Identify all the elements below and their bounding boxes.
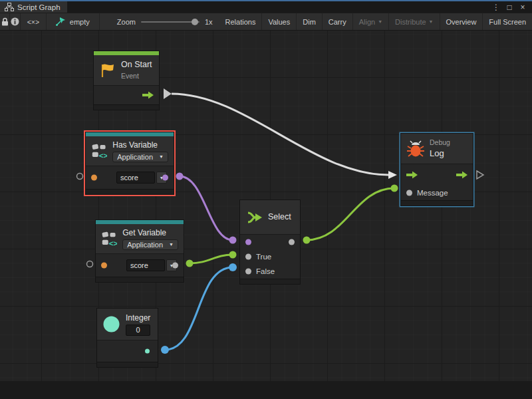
relations-button[interactable]: Relations: [219, 13, 263, 30]
script-graph-window: Script Graph ⋮ □ × <×>: [0, 0, 532, 399]
code-view-button[interactable]: <×>: [21, 13, 47, 30]
node-title: Select: [268, 212, 291, 223]
node-title: Integer: [126, 313, 150, 323]
control-output-port[interactable]: [456, 172, 467, 179]
wire-endpoint: [186, 260, 194, 267]
full-screen-button[interactable]: Full Screen: [483, 13, 532, 30]
chevron-down-icon: ▼: [159, 154, 164, 159]
overview-button[interactable]: Overview: [440, 13, 483, 30]
toolbar-buttons: Relations Values Dim Carry Align ▼ Distr…: [219, 13, 532, 30]
node-footer: [240, 279, 300, 284]
dim-button[interactable]: Dim: [297, 13, 323, 30]
zoom-label: Zoom: [117, 18, 136, 26]
lock-icon: [1, 17, 9, 26]
graph-canvas[interactable]: On Start Event <>: [0, 31, 532, 399]
distribute-button[interactable]: Distribute ▼: [389, 13, 440, 30]
window-controls: ⋮ □ ×: [491, 1, 532, 13]
svg-text:<>: <>: [99, 150, 108, 159]
false-input-port[interactable]: [245, 269, 251, 275]
name-input-port[interactable]: [101, 263, 107, 269]
node-title: Log: [430, 148, 450, 159]
close-icon[interactable]: ×: [517, 3, 528, 12]
node-on-start[interactable]: On Start Event: [93, 51, 160, 110]
name-input-port[interactable]: [91, 175, 97, 181]
node-integer[interactable]: Integer 0: [96, 308, 158, 368]
info-icon: [11, 17, 19, 26]
zoom-slider[interactable]: [141, 18, 200, 26]
node-group-label: Debug: [430, 138, 450, 147]
port-label: Message: [417, 189, 448, 197]
value-output-port[interactable]: [172, 263, 178, 269]
unconnected-control-triangle[interactable]: [477, 171, 483, 179]
variable-kind-dropdown[interactable]: Application ▼: [112, 152, 168, 162]
chevron-down-icon: ▼: [169, 242, 174, 247]
variables-icon: <>: [101, 230, 117, 248]
zoom-slider-track: [141, 21, 200, 23]
message-input-port[interactable]: [406, 190, 412, 196]
tab-script-graph[interactable]: Script Graph: [0, 1, 67, 13]
flag-icon: [100, 63, 116, 78]
node-select[interactable]: Select True False: [239, 200, 301, 285]
values-button[interactable]: Values: [262, 13, 297, 30]
node-footer: [401, 200, 473, 205]
chevron-down-icon: ▼: [378, 19, 382, 24]
graph-toolbar: <×> empty Zoom 1x Relations Values Dim C…: [0, 13, 532, 31]
selection-cursor-icon: [56, 17, 66, 26]
node-footer: [94, 104, 159, 110]
integer-value-field[interactable]: 0: [126, 325, 150, 336]
lock-button[interactable]: [0, 13, 10, 30]
control-input-port[interactable]: [406, 172, 418, 179]
port-label: True: [256, 253, 271, 261]
wire-endpoint: [161, 346, 169, 354]
wire-onstart-to-log[interactable]: [172, 94, 388, 175]
wire-endpoint: [303, 237, 311, 244]
maximize-icon[interactable]: □: [504, 3, 515, 12]
tab-bar: Script Graph ⋮ □ ×: [0, 1, 532, 13]
variable-kind-dropdown[interactable]: Application ▼: [122, 239, 178, 250]
wire-hasvariable-to-select[interactable]: [180, 176, 233, 240]
control-wire-arrowhead: [388, 171, 397, 179]
wire-endpoint: [176, 173, 184, 180]
wire-endpoint: [229, 237, 237, 244]
variable-name-dropdown[interactable]: score ▼: [116, 172, 167, 184]
variables-icon: <>: [91, 142, 107, 160]
node-get-variable[interactable]: <> Get Variable Application ▼ score ▼: [95, 219, 184, 283]
node-subtitle: Event: [121, 72, 152, 80]
node-debug-log[interactable]: Debug Log Message: [400, 133, 473, 206]
wire-getvariable-to-select[interactable]: [190, 255, 233, 263]
node-title: Has Variable: [112, 140, 168, 150]
control-output-port[interactable]: [142, 92, 154, 99]
selection-indicator[interactable]: empty: [47, 13, 100, 30]
carry-button[interactable]: Carry: [323, 13, 353, 30]
align-button[interactable]: Align ▼: [353, 13, 389, 30]
wire-select-to-log[interactable]: [307, 188, 394, 240]
zoom-slider-handle[interactable]: [192, 19, 198, 25]
condition-input-port[interactable]: [245, 239, 251, 245]
integer-output-port[interactable]: [145, 349, 150, 354]
unconnected-port-circle[interactable]: [87, 261, 93, 267]
info-button[interactable]: [10, 13, 20, 30]
wire-endpoint: [391, 185, 398, 192]
wire-endpoint: [229, 263, 237, 271]
select-icon: [247, 210, 263, 225]
node-title: Get Variable: [122, 228, 178, 238]
true-input-port[interactable]: [245, 254, 251, 260]
node-footer: [86, 189, 174, 194]
node-footer: [96, 277, 184, 282]
code-icon: <×>: [27, 18, 39, 26]
window-menu-icon[interactable]: ⋮: [491, 3, 501, 12]
node-has-variable[interactable]: <> Has Variable Application ▼ score ▼: [85, 132, 174, 195]
graph-icon: [5, 3, 14, 11]
variable-name-dropdown[interactable]: score ▼: [126, 259, 177, 271]
tab-title: Script Graph: [17, 3, 61, 11]
result-output-port[interactable]: [162, 175, 168, 181]
control-output-arrowhead: [164, 88, 172, 99]
svg-text:<>: <>: [109, 238, 118, 247]
node-title: On Start: [121, 60, 152, 70]
unconnected-port-circle[interactable]: [77, 174, 83, 180]
selection-output-port[interactable]: [289, 239, 295, 245]
zoom-control: Zoom 1x: [100, 13, 219, 30]
selection-label: empty: [70, 18, 90, 26]
canvas-bottom-edge: [0, 381, 532, 399]
node-footer: [97, 362, 158, 367]
